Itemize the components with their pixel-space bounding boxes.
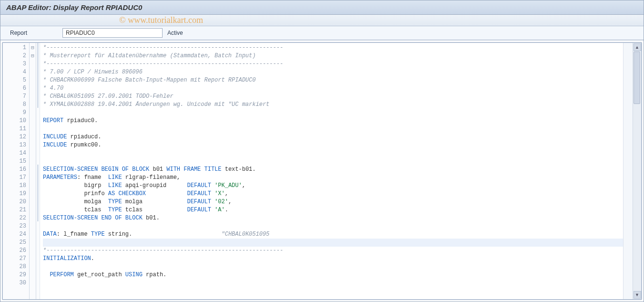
- line-number: 18: [3, 182, 29, 190]
- vertical-scrollbar[interactable]: ▲ ▼: [633, 43, 641, 299]
- code-line[interactable]: * CHBAL0K051095 27.09.2001 TODO-Fehler: [43, 93, 623, 101]
- code-line[interactable]: [43, 157, 623, 166]
- code-line[interactable]: DATA: l_fname TYPE string. "CHBAL0K05109…: [43, 230, 623, 239]
- code-line[interactable]: *---------------------------------------…: [43, 60, 623, 68]
- code-line[interactable]: [43, 279, 623, 287]
- code-content[interactable]: *---------------------------------------…: [40, 43, 623, 299]
- code-line[interactable]: [43, 125, 623, 133]
- line-number: 15: [3, 157, 29, 166]
- editor-area: 1234567891011121314151617181920212223242…: [0, 40, 644, 302]
- code-line[interactable]: INCLUDE rpumkc00.: [43, 141, 623, 149]
- minimap-strip: [623, 43, 633, 299]
- line-number: 5: [3, 76, 29, 84]
- code-line[interactable]: [43, 149, 623, 157]
- code-line[interactable]: molga TYPE molga DEFAULT '02',: [43, 198, 623, 206]
- code-line[interactable]: * 4.70: [43, 84, 623, 93]
- scroll-thumb[interactable]: [634, 52, 640, 104]
- structure-column: [36, 43, 40, 299]
- scroll-down-icon[interactable]: ▼: [634, 291, 641, 299]
- line-number: 2: [3, 52, 29, 60]
- line-number: 8: [3, 101, 29, 109]
- report-status: Active: [167, 30, 183, 36]
- line-number: 1: [3, 44, 29, 52]
- line-number: 16: [3, 166, 29, 174]
- fold-toggle-icon[interactable]: ⊟: [30, 44, 36, 52]
- line-number: 24: [3, 230, 29, 239]
- line-number: 6: [3, 84, 29, 93]
- titlebar: ABAP Editor: Display Report RPIADUC0: [0, 0, 644, 15]
- code-line[interactable]: [43, 239, 623, 247]
- line-number: 10: [3, 117, 29, 125]
- line-number: 13: [3, 141, 29, 149]
- line-number: 22: [3, 214, 29, 222]
- code-line[interactable]: *---------------------------------------…: [43, 247, 623, 255]
- report-name-input[interactable]: [62, 28, 163, 38]
- code-line[interactable]: bigrp LIKE apqi-groupid DEFAULT 'PK_ADU'…: [43, 182, 623, 190]
- code-line[interactable]: SELECTION-SCREEN END OF BLOCK b01.: [43, 214, 623, 222]
- line-number: 23: [3, 222, 29, 230]
- code-line[interactable]: INCLUDE rpiaducd.: [43, 133, 623, 141]
- code-line[interactable]: * Musterreport für Altdatenübernahme (St…: [43, 52, 623, 60]
- code-line[interactable]: INITIALIZATION.: [43, 255, 623, 263]
- line-number: 3: [3, 60, 29, 68]
- report-label: Report: [10, 30, 58, 36]
- fold-toggle-icon[interactable]: ⊟: [30, 52, 36, 60]
- toolbar-spacer: [0, 15, 644, 26]
- line-number: 29: [3, 271, 29, 279]
- code-line[interactable]: [43, 109, 623, 117]
- code-line[interactable]: PARAMETERS: fname LIKE rlgrap-filename,: [43, 174, 623, 182]
- code-line[interactable]: * CHBACRK006999 Falsche Batch-Input-Mapp…: [43, 76, 623, 84]
- code-line[interactable]: * 7.00 / LCP / Hinweis 896096: [43, 68, 623, 76]
- code-line[interactable]: prinfo AS CHECKBOX DEFAULT 'X',: [43, 190, 623, 198]
- fold-column[interactable]: ⊟⊟: [30, 43, 36, 299]
- line-number: 25: [3, 239, 29, 247]
- code-line[interactable]: [43, 263, 623, 271]
- scroll-track[interactable]: [634, 52, 641, 291]
- line-number: 11: [3, 125, 29, 133]
- line-number: 14: [3, 149, 29, 157]
- line-number: 19: [3, 190, 29, 198]
- code-line[interactable]: PERFORM get_root_path USING rpath.: [43, 271, 623, 279]
- code-line[interactable]: SELECTION-SCREEN BEGIN OF BLOCK b01 WITH…: [43, 166, 623, 174]
- code-line[interactable]: *---------------------------------------…: [43, 44, 623, 52]
- line-number: 27: [3, 255, 29, 263]
- line-number: 30: [3, 279, 29, 287]
- code-line[interactable]: tclas TYPE tclas DEFAULT 'A'.: [43, 206, 623, 214]
- report-bar: Report Active: [0, 26, 644, 40]
- line-number: 4: [3, 68, 29, 76]
- line-number: 7: [3, 93, 29, 101]
- line-number: 26: [3, 247, 29, 255]
- code-line[interactable]: * XYMAL0K002888 19.04.2001 Änderungen wg…: [43, 101, 623, 109]
- line-number: 21: [3, 206, 29, 214]
- line-number: 28: [3, 263, 29, 271]
- scroll-up-icon[interactable]: ▲: [634, 43, 641, 51]
- line-number-gutter: 1234567891011121314151617181920212223242…: [3, 43, 30, 299]
- editor-frame: 1234567891011121314151617181920212223242…: [2, 42, 642, 300]
- code-line[interactable]: [43, 222, 623, 230]
- title-text: ABAP Editor: Display Report RPIADUC0: [6, 3, 142, 11]
- line-number: 9: [3, 109, 29, 117]
- line-number: 12: [3, 133, 29, 141]
- code-line[interactable]: REPORT rpiaduc0.: [43, 117, 623, 125]
- line-number: 20: [3, 198, 29, 206]
- line-number: 17: [3, 174, 29, 182]
- app-window: ABAP Editor: Display Report RPIADUC0 © w…: [0, 0, 644, 302]
